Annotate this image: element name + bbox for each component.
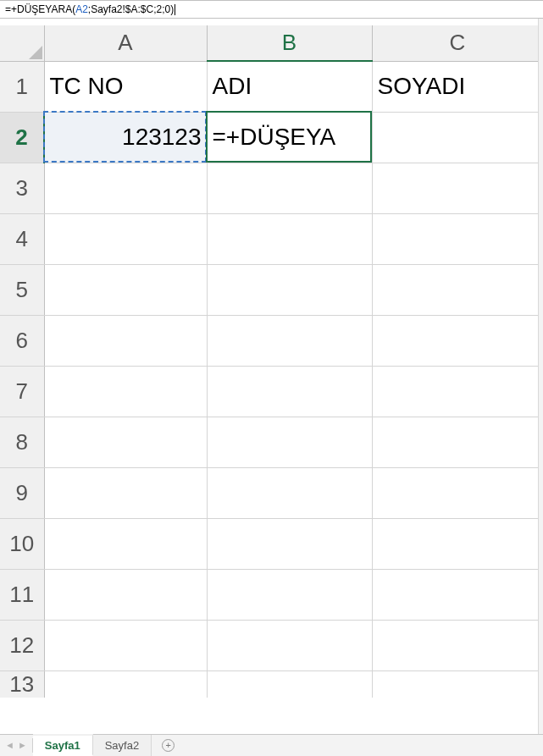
row-header-13[interactable]: 13 [0,670,44,698]
cell-A8[interactable] [44,417,207,467]
row-header-12[interactable]: 12 [0,620,44,670]
cell-B7[interactable] [207,366,372,417]
cell-C8[interactable] [372,417,543,467]
cell-C4[interactable] [372,213,543,264]
cell-B11[interactable] [207,569,372,620]
column-header-C[interactable]: C [372,25,543,61]
select-all-corner[interactable] [0,25,44,61]
add-sheet-button[interactable]: + [152,735,185,756]
spreadsheet-grid[interactable]: A B C 1 TC NO ADI SOYADI 2 123123 =+DÜŞE… [0,25,543,734]
cell-B13[interactable] [207,670,372,698]
cell-A1[interactable]: TC NO [44,61,207,112]
row-header-6[interactable]: 6 [0,315,44,366]
cell-A9[interactable] [44,467,207,518]
select-all-triangle-icon [29,46,42,59]
cell-B2[interactable]: =+DÜŞEYA [207,112,372,163]
cell-C7[interactable] [372,366,543,417]
column-header-A[interactable]: A [44,25,207,61]
cell-B9[interactable] [207,467,372,518]
cell-B6[interactable] [207,315,372,366]
cell-B4[interactable] [207,213,372,264]
row-header-10[interactable]: 10 [0,518,44,569]
cell-B12[interactable] [207,620,372,670]
cell-C12[interactable] [372,620,543,670]
cell-B1[interactable]: ADI [207,61,372,112]
row-header-3[interactable]: 3 [0,163,44,213]
cell-B8[interactable] [207,417,372,467]
sheet-nav: ◄ ► [0,735,32,756]
cell-A3[interactable] [44,163,207,213]
cell-C11[interactable] [372,569,543,620]
cell-A4[interactable] [44,213,207,264]
sheet-tab-bar: ◄ ► Sayfa1 Sayfa2 + [0,734,543,756]
cell-C5[interactable] [372,264,543,315]
sheet-tab-label: Sayfa1 [45,739,80,752]
cell-B3[interactable] [207,163,372,213]
cell-C3[interactable] [372,163,543,213]
sheet-tab-sayfa1[interactable]: Sayfa1 [33,734,93,756]
sheet-tab-label: Sayfa2 [105,739,139,752]
row-header-11[interactable]: 11 [0,569,44,620]
sheet-tab-sayfa2[interactable]: Sayfa2 [93,735,152,756]
cell-C6[interactable] [372,315,543,366]
formula-text-rest: ;Sayfa2!$A:$C;2;0) [88,3,174,15]
cell-A11[interactable] [44,569,207,620]
sheet-nav-prev-icon[interactable]: ◄ [5,741,14,750]
column-header-B[interactable]: B [207,25,372,61]
cell-C10[interactable] [372,518,543,569]
text-caret [175,4,175,15]
formula-bar[interactable]: =+DÜŞEYARA(A2;Sayfa2!$A:$C;2;0) [0,0,543,19]
row-header-2[interactable]: 2 [0,112,44,163]
formula-text-ref: A2 [75,3,88,15]
cell-C1[interactable]: SOYADI [372,61,543,112]
svg-marker-0 [29,46,42,59]
cell-C2[interactable] [372,112,543,163]
cell-A5[interactable] [44,264,207,315]
cell-A7[interactable] [44,366,207,417]
cell-A12[interactable] [44,620,207,670]
row-header-1[interactable]: 1 [0,61,44,112]
row-header-9[interactable]: 9 [0,467,44,518]
cell-C9[interactable] [372,467,543,518]
row-header-8[interactable]: 8 [0,417,44,467]
sheet-nav-next-icon[interactable]: ► [18,741,27,750]
plus-icon: + [162,739,175,752]
row-header-7[interactable]: 7 [0,366,44,417]
vertical-scrollbar[interactable] [538,19,543,734]
cell-A2[interactable]: 123123 [44,112,207,163]
cell-A10[interactable] [44,518,207,569]
row-header-5[interactable]: 5 [0,264,44,315]
cell-C13[interactable] [372,670,543,698]
row-header-4[interactable]: 4 [0,213,44,264]
cell-A6[interactable] [44,315,207,366]
formula-text-prefix: =+DÜŞEYARA( [5,3,75,15]
cell-B10[interactable] [207,518,372,569]
cell-B5[interactable] [207,264,372,315]
cell-A13[interactable] [44,670,207,698]
